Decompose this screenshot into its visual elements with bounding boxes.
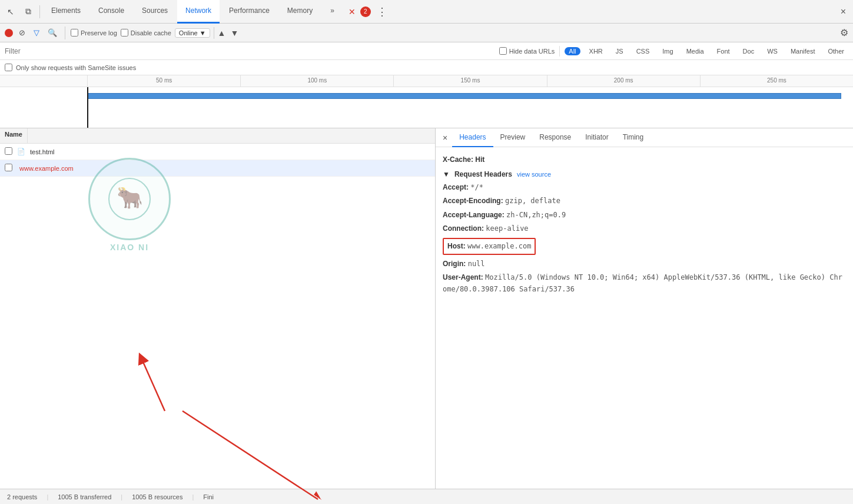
filter-icon[interactable]: ▽ xyxy=(31,27,42,38)
status-bar: 2 requests | 1005 B transferred | 1005 B… xyxy=(0,489,853,504)
filter-tag-all[interactable]: All xyxy=(565,47,580,55)
chevron-down-icon: ▼ xyxy=(200,29,206,37)
layers-icon[interactable]: ⧉ xyxy=(20,4,36,20)
status-sep-3: | xyxy=(192,493,194,500)
hide-data-urls-label[interactable]: Hide data URLs xyxy=(499,47,555,55)
table-row[interactable]: 📄 test.html xyxy=(0,144,435,160)
timeline-section: 50 ms 100 ms 150 ms 200 ms 250 ms xyxy=(0,75,853,128)
filter-tag-xhr[interactable]: XHR xyxy=(585,47,607,55)
status-resources: 1005 B resources xyxy=(132,493,182,500)
cursor-icon[interactable]: ↖ xyxy=(2,4,19,20)
search-icon[interactable]: 🔍 xyxy=(45,27,59,38)
row1-checkbox[interactable] xyxy=(5,147,12,155)
row2-checkbox-area xyxy=(0,164,17,173)
request-headers-title: ▼ Request Headers view source xyxy=(443,170,846,178)
close-panel-button[interactable]: × xyxy=(438,131,452,145)
tab-initiator[interactable]: Initiator xyxy=(578,128,615,147)
status-finish: Fini xyxy=(203,493,214,500)
origin-key: Origin: xyxy=(443,260,466,268)
host-value: www.example.com xyxy=(467,242,531,250)
samesite-row: Only show requests with SameSite issues xyxy=(0,60,853,75)
timeline-blue-bar xyxy=(87,93,841,99)
network-toolbar: ⊘ ▽ 🔍 Preserve log Disable cache Online … xyxy=(0,24,853,42)
filter-tag-doc[interactable]: Doc xyxy=(739,47,759,55)
devtools-close-icon[interactable]: × xyxy=(836,3,851,21)
view-source-link[interactable]: view source xyxy=(517,171,551,178)
error-section: ✕ 2 xyxy=(348,6,371,17)
name-column-header: Name xyxy=(0,128,28,143)
ruler-mark-4: 200 ms xyxy=(547,75,700,87)
filter-tag-media[interactable]: Media xyxy=(682,47,708,55)
filter-tag-js[interactable]: JS xyxy=(612,47,628,55)
headers-content: X-Cache: Hit ▼ Request Headers view sour… xyxy=(436,147,853,489)
tab-console[interactable]: Console xyxy=(90,0,132,24)
ruler-mark-5: 250 ms xyxy=(700,75,853,87)
host-key: Host: xyxy=(447,242,466,250)
upload-icon[interactable]: ▲ xyxy=(218,28,226,38)
tab-performance[interactable]: Performance xyxy=(221,0,278,24)
filter-sep xyxy=(559,46,560,57)
filter-bar: Hide data URLs All XHR JS CSS Img Media … xyxy=(0,42,853,60)
filter-tag-font[interactable]: Font xyxy=(713,47,734,55)
accept-key: Accept: xyxy=(443,183,469,191)
devtools-more-icon[interactable]: ⋮ xyxy=(372,5,392,18)
online-dropdown[interactable]: Online ▼ xyxy=(175,28,210,38)
toolbar-separator xyxy=(39,5,40,18)
preserve-log-label[interactable]: Preserve log xyxy=(71,29,117,37)
section-triangle-icon: ▼ xyxy=(443,170,450,178)
devtools-tabbar: ↖ ⧉ Elements Console Sources Network Per… xyxy=(0,0,853,24)
status-transferred: 1005 B transferred xyxy=(58,493,111,500)
headers-panel: × Headers Preview Response Initiator Tim… xyxy=(436,128,853,489)
gear-icon[interactable]: ⚙ xyxy=(840,27,848,38)
disable-cache-label[interactable]: Disable cache xyxy=(121,29,171,37)
tab-network[interactable]: Network xyxy=(177,0,220,24)
status-sep-2: | xyxy=(121,493,122,500)
toolbar-sep-2 xyxy=(65,26,65,39)
record-button[interactable] xyxy=(5,29,13,37)
sep-3 xyxy=(214,27,214,39)
main-content: Name 📄 test.html www.example.com xyxy=(0,128,853,489)
row2-name: www.example.com xyxy=(17,165,435,172)
status-requests: 2 requests xyxy=(7,493,37,500)
samesite-checkbox[interactable] xyxy=(5,64,12,71)
filter-input[interactable] xyxy=(5,47,494,55)
tab-preview[interactable]: Preview xyxy=(493,128,533,147)
accept-encoding-value: gzip, deflate xyxy=(505,197,560,205)
headers-tabs: × Headers Preview Response Initiator Tim… xyxy=(436,128,853,147)
tab-memory[interactable]: Memory xyxy=(279,0,321,24)
status-sep-1: | xyxy=(47,493,48,500)
header-row-accept-language: Accept-Language: zh-CN,zh;q=0.9 xyxy=(443,210,846,221)
useragent-value: Mozilla/5.0 (Windows NT 10.0; Win64; x64… xyxy=(443,273,842,293)
filter-tag-css[interactable]: CSS xyxy=(632,47,654,55)
tab-elements[interactable]: Elements xyxy=(43,0,89,24)
requests-list: 📄 test.html www.example.com xyxy=(0,144,435,489)
requests-header: Name xyxy=(0,128,435,144)
row2-checkbox[interactable] xyxy=(5,164,12,171)
tab-timing[interactable]: Timing xyxy=(616,128,651,147)
timeline-bar-area xyxy=(0,87,853,128)
tab-sources[interactable]: Sources xyxy=(134,0,176,24)
tab-response[interactable]: Response xyxy=(532,128,578,147)
host-box: Host: www.example.com xyxy=(443,238,536,255)
disable-cache-checkbox[interactable] xyxy=(121,29,128,37)
table-row[interactable]: www.example.com xyxy=(0,160,435,177)
header-row-accept: Accept: */* xyxy=(443,182,846,193)
useragent-key: User-Agent: xyxy=(443,273,483,281)
file-icon-1: 📄 xyxy=(17,148,25,155)
filter-tag-img[interactable]: Img xyxy=(658,47,677,55)
block-icon[interactable]: ⊘ xyxy=(16,27,28,38)
filter-tag-manifest[interactable]: Manifest xyxy=(786,47,819,55)
timeline-ruler: 50 ms 100 ms 150 ms 200 ms 250 ms xyxy=(0,75,853,87)
error-icon: ✕ xyxy=(348,7,356,16)
header-row-host: Host: www.example.com xyxy=(443,237,846,256)
download-icon[interactable]: ▼ xyxy=(230,28,238,38)
tab-more[interactable]: » xyxy=(322,0,343,24)
filter-tag-other[interactable]: Other xyxy=(824,47,848,55)
xcache-key: X-Cache: Hit xyxy=(443,155,484,164)
tab-headers[interactable]: Headers xyxy=(452,128,493,147)
ruler-mark-3: 150 ms xyxy=(393,75,546,87)
hide-data-urls-checkbox[interactable] xyxy=(499,47,507,55)
xcache-row: X-Cache: Hit xyxy=(443,154,846,165)
preserve-log-checkbox[interactable] xyxy=(71,29,78,37)
filter-tag-ws[interactable]: WS xyxy=(763,47,782,55)
